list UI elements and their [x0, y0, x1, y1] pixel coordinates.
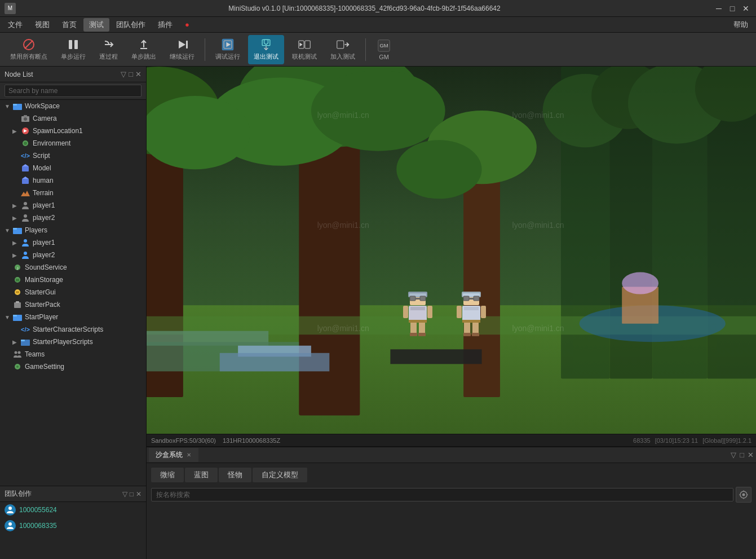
gm-label: GM	[379, 54, 389, 60]
startplayer-label: StartPlayer	[25, 313, 58, 321]
sandbox-tab-close[interactable]: ✕	[187, 452, 191, 458]
node-player1-ws[interactable]: ▶ player1	[0, 199, 146, 212]
svg-rect-98	[418, 333, 426, 336]
monster-tab[interactable]: 怪物	[219, 468, 251, 482]
startergui-label: StarterGui	[25, 288, 56, 296]
model-label: Model	[33, 164, 51, 172]
disconnected-test-icon	[298, 38, 311, 51]
environment-icon	[20, 138, 30, 148]
team-member-1[interactable]: 1000055624	[0, 502, 146, 518]
node-mainstorage[interactable]: MainStorage	[0, 274, 146, 286]
node-players[interactable]: ▼ Players	[0, 224, 146, 236]
svg-marker-31	[22, 177, 29, 179]
app-icon: M	[5, 3, 16, 14]
spawn-icon	[20, 126, 30, 136]
svg-rect-95	[410, 323, 417, 334]
menu-plugin[interactable]: 插件	[152, 18, 178, 32]
node-spawnlocation[interactable]: ▶ SpawnLocation1	[0, 125, 146, 137]
node-teams[interactable]: Teams	[0, 348, 146, 360]
node-player2-p[interactable]: ▶ player2	[0, 249, 146, 261]
menu-record[interactable]: ●	[179, 19, 195, 30]
svg-rect-113	[472, 333, 479, 336]
bottom-panel-collapse-icon[interactable]: ▽	[731, 451, 736, 459]
player1ws-label: player1	[33, 201, 55, 209]
player2p-icon	[20, 250, 30, 260]
svg-rect-13	[305, 41, 310, 49]
join-test-button[interactable]: 加入测试	[325, 35, 361, 64]
bottom-search-settings-button[interactable]	[736, 487, 751, 503]
menu-file[interactable]: 文件	[2, 18, 28, 32]
close-button[interactable]: ✕	[740, 3, 751, 14]
continue-button[interactable]: 继续运行	[164, 35, 200, 64]
minimize-button[interactable]: ─	[713, 3, 724, 14]
disconnected-test-button[interactable]: 联机测试	[286, 35, 322, 64]
node-list-pop-icon[interactable]: □	[129, 70, 133, 78]
menu-view[interactable]: 视图	[29, 18, 55, 32]
node-list-collapse-icon[interactable]: ▽	[121, 70, 126, 78]
bottom-panel-close-icon[interactable]: ✕	[748, 451, 754, 459]
menu-help[interactable]: 帮助	[728, 18, 754, 32]
bottom-panel-pop-icon[interactable]: □	[740, 451, 744, 459]
micro-tab[interactable]: 微缩	[151, 468, 184, 482]
team-panel-pop-icon[interactable]: □	[130, 490, 134, 498]
exit-test-button[interactable]: 退出测试	[248, 35, 284, 64]
svg-rect-91	[415, 298, 420, 300]
node-human[interactable]: human	[0, 174, 146, 187]
step-out-button[interactable]: 单步跳出	[126, 35, 162, 64]
team-member-2[interactable]: 1000068335	[0, 518, 146, 534]
svg-rect-50	[21, 340, 25, 341]
custom-model-tab[interactable]: 自定义模型	[253, 468, 307, 482]
svg-rect-20	[13, 104, 17, 105]
node-terrain[interactable]: Terrain	[0, 187, 146, 199]
node-script[interactable]: </> Script	[0, 149, 146, 162]
sandbox-system-tab[interactable]: 沙盒系统 ✕	[149, 448, 198, 462]
gamesetting-icon	[12, 362, 23, 372]
single-run-button[interactable]: 单步运行	[55, 35, 91, 64]
team-member-2-name: 1000068335	[19, 522, 57, 530]
team-panel-collapse-icon[interactable]: ▽	[122, 490, 127, 498]
node-player2-ws[interactable]: ▶ player2	[0, 212, 146, 224]
svg-rect-104	[463, 296, 469, 301]
node-model[interactable]: Model	[0, 162, 146, 174]
svg-marker-15	[299, 43, 302, 47]
svg-point-117	[742, 494, 745, 496]
node-list-close-icon[interactable]: ✕	[135, 70, 142, 78]
node-startercharacterscripts[interactable]: </> StarterCharacterScripts	[0, 323, 146, 336]
node-environment[interactable]: Environment	[0, 137, 146, 149]
node-list-header: Node List ▽ □ ✕	[0, 67, 146, 82]
gm-button[interactable]: GM GM	[370, 35, 397, 64]
node-workspace[interactable]: ▼ WorkSpace	[0, 100, 146, 112]
game-viewport[interactable]: lyon@mini1.cn lyon@mini1.cn lyon@mini1.c…	[147, 67, 756, 434]
maximize-button[interactable]: □	[727, 3, 738, 14]
team-panel-close-icon[interactable]: ✕	[136, 490, 142, 498]
node-gamesetting[interactable]: GameSetting	[0, 360, 146, 373]
startplayer-arrow: ▼	[5, 314, 12, 320]
menu-test[interactable]: 测试	[83, 18, 109, 32]
sandbox-tab-label: 沙盒系统	[156, 451, 183, 459]
status-bar: SandboxFPS:50/30(60) 131HR1000068335Z 68…	[147, 434, 756, 446]
svg-rect-90	[420, 296, 426, 301]
menu-bar: 文件 视图 首页 测试 团队创作 插件 ● 帮助	[0, 17, 756, 33]
node-soundservice[interactable]: ♪ SoundService	[0, 261, 146, 274]
node-starterpack[interactable]: StarterPack	[0, 298, 146, 311]
svg-point-38	[24, 252, 27, 255]
node-starterplayerscripts[interactable]: ▶ StarterPlayerScripts	[0, 336, 146, 348]
node-startergui[interactable]: StarterGui	[0, 286, 146, 298]
node-camera[interactable]: Camera	[0, 112, 146, 125]
join-test-label: 加入测试	[330, 52, 355, 61]
svg-point-85	[622, 272, 658, 294]
node-player1-p[interactable]: ▶ player1	[0, 236, 146, 249]
node-startplayer[interactable]: ▼ StartPlayer	[0, 311, 146, 323]
disable-breakpoints-button[interactable]: 禁用所有断点	[5, 35, 53, 64]
human-label: human	[33, 177, 54, 184]
starterpack-icon	[12, 300, 23, 310]
continue-icon	[175, 38, 189, 51]
menu-home[interactable]: 首页	[56, 18, 82, 32]
search-input[interactable]	[5, 85, 142, 97]
svg-marker-29	[22, 164, 29, 166]
step-over-button[interactable]: 逐过程	[94, 35, 123, 64]
menu-team[interactable]: 团队创作	[110, 18, 151, 32]
bottom-search-input[interactable]	[151, 488, 733, 501]
blueprint-tab[interactable]: 蓝图	[185, 468, 218, 482]
debug-run-button[interactable]: 调试运行	[210, 35, 246, 64]
